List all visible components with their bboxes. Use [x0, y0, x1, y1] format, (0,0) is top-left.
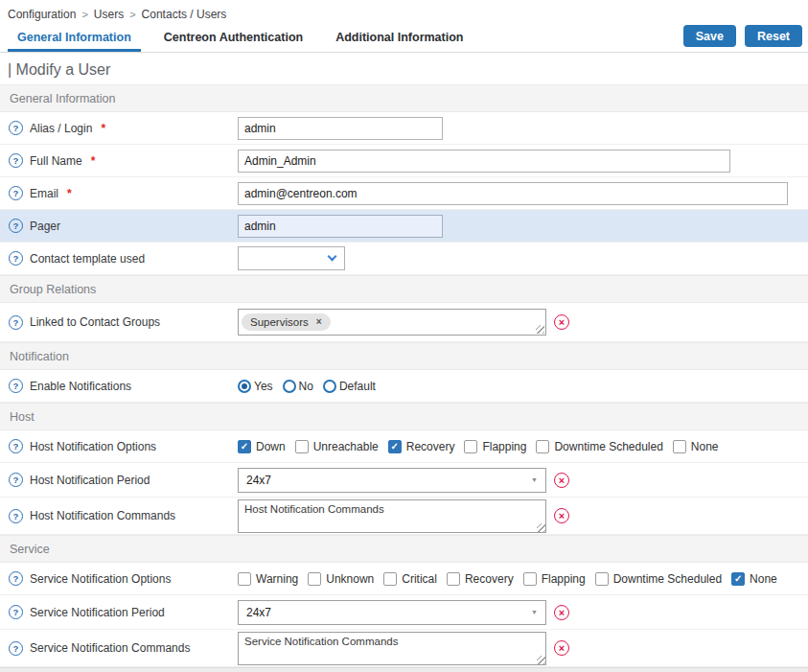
- form-row-alias: ? Alias / Login *: [0, 112, 808, 145]
- form-row-service-notification-options: ? Service Notification Options Warning U…: [0, 563, 808, 595]
- checkbox-none[interactable]: None: [673, 440, 719, 453]
- checkbox-flapping[interactable]: Flapping: [464, 440, 526, 453]
- help-icon[interactable]: ?: [9, 186, 23, 200]
- breadcrumb-contacts-users[interactable]: Contacts / Users: [142, 8, 227, 21]
- radio-yes[interactable]: Yes: [238, 380, 273, 393]
- clear-field-icon[interactable]: ×: [554, 605, 569, 620]
- checkbox-checked-icon: ✓: [731, 572, 745, 586]
- section-service: Service: [0, 535, 808, 563]
- pager-input[interactable]: [238, 215, 443, 238]
- field-label-alias: Alias / Login: [30, 122, 92, 135]
- enable-notifications-radio-group: Yes No Default: [238, 380, 376, 393]
- checkbox-critical[interactable]: Critical: [383, 572, 437, 586]
- contact-groups-multiselect[interactable]: Supervisors ×: [238, 309, 546, 336]
- tab-centreon-authentication[interactable]: Centreon Authentication: [154, 25, 312, 52]
- checkbox-downtime-scheduled[interactable]: Downtime Scheduled: [595, 572, 722, 586]
- checkbox-unreachable[interactable]: Unreachable: [295, 440, 379, 453]
- form-row-email: ? Email *: [0, 177, 808, 210]
- checkbox-label: None: [691, 440, 719, 453]
- contact-template-select[interactable]: [238, 246, 345, 270]
- tag-label: Supervisors: [250, 316, 309, 328]
- section-general-information: General Information: [0, 84, 808, 112]
- field-label-full-name: Full Name: [30, 154, 82, 168]
- checkbox-down[interactable]: ✓ Down: [238, 440, 286, 453]
- breadcrumb: Configuration > Users > Contacts / Users: [0, 0, 808, 25]
- clear-field-icon[interactable]: ×: [554, 640, 569, 656]
- form-row-host-notification-period: ? Host Notification Period 24x7 ▼ ×: [0, 463, 808, 498]
- section-host: Host: [0, 403, 808, 430]
- host-options-checkbox-group: ✓ Down Unreachable ✓ Recovery Flapping D…: [238, 440, 719, 453]
- help-icon[interactable]: ?: [9, 509, 23, 523]
- checkbox-downtime-scheduled[interactable]: Downtime Scheduled: [536, 440, 662, 453]
- checkbox-unknown[interactable]: Unknown: [308, 572, 374, 586]
- checkbox-label: Down: [256, 440, 286, 453]
- form-row-host-notification-commands: ? Host Notification Commands Host Notifi…: [0, 498, 808, 535]
- help-icon[interactable]: ?: [9, 641, 23, 656]
- tab-bar: General Information Centreon Authenticat…: [0, 25, 808, 53]
- required-mark: *: [91, 154, 96, 168]
- checkbox-warning[interactable]: Warning: [238, 572, 298, 586]
- help-icon[interactable]: ?: [9, 153, 23, 168]
- checkbox-label: Flapping: [482, 440, 526, 453]
- help-icon[interactable]: ?: [9, 473, 23, 487]
- host-notification-period-select[interactable]: 24x7 ▼: [238, 468, 546, 493]
- save-button[interactable]: Save: [683, 25, 736, 47]
- checkbox-none[interactable]: ✓ None: [731, 572, 777, 586]
- checkbox-label: Unknown: [326, 572, 374, 586]
- field-label-enable-notifications: Enable Notifications: [30, 380, 131, 393]
- form-row-pager: ? Pager: [0, 210, 808, 243]
- checkbox-icon: [238, 572, 251, 586]
- resize-handle-icon[interactable]: [537, 523, 545, 532]
- host-notification-commands-textarea[interactable]: Host Notification Commands: [238, 499, 546, 533]
- checkbox-recovery[interactable]: ✓ Recovery: [388, 440, 455, 453]
- radio-no[interactable]: No: [283, 380, 313, 393]
- help-icon[interactable]: ?: [9, 571, 23, 586]
- chevron-down-icon: [328, 252, 337, 262]
- email-input[interactable]: [238, 182, 788, 205]
- clear-field-icon[interactable]: ×: [554, 314, 569, 330]
- radio-default[interactable]: Default: [323, 380, 376, 393]
- field-label-service-commands: Service Notification Commands: [30, 641, 190, 655]
- help-icon[interactable]: ?: [9, 439, 23, 453]
- field-label-host-period: Host Notification Period: [30, 474, 150, 487]
- service-notification-commands-textarea[interactable]: Service Notification Commands: [238, 632, 546, 665]
- help-icon[interactable]: ?: [9, 315, 23, 330]
- page-title: | Modify a User: [0, 53, 808, 84]
- reset-button[interactable]: Reset: [745, 25, 802, 47]
- tab-additional-information[interactable]: Additional Information: [326, 25, 473, 52]
- breadcrumb-configuration[interactable]: Configuration: [8, 8, 76, 21]
- clear-field-icon[interactable]: ×: [554, 473, 569, 488]
- toolbar-actions: Save Reset: [683, 25, 808, 52]
- field-label-service-period: Service Notification Period: [30, 606, 165, 619]
- checkbox-recovery[interactable]: Recovery: [447, 572, 514, 586]
- checkbox-icon: [383, 572, 397, 586]
- form-row-service-notification-commands: ? Service Notification Commands Service …: [0, 630, 808, 667]
- checkbox-label: Unreachable: [313, 440, 379, 453]
- tag-remove-icon[interactable]: ×: [316, 317, 322, 327]
- radio-label: No: [299, 380, 313, 393]
- checkbox-label: Downtime Scheduled: [613, 572, 722, 586]
- checkbox-label: Downtime Scheduled: [554, 440, 662, 453]
- resize-handle-icon[interactable]: [537, 656, 545, 664]
- help-icon[interactable]: ?: [9, 219, 23, 233]
- clear-field-icon[interactable]: ×: [554, 508, 569, 523]
- help-icon[interactable]: ?: [9, 121, 23, 135]
- help-icon[interactable]: ?: [9, 605, 23, 619]
- field-label-contact-groups: Linked to Contact Groups: [30, 315, 160, 329]
- form-row-host-notification-options: ? Host Notification Options ✓ Down Unrea…: [0, 430, 808, 463]
- section-divider: [0, 667, 808, 672]
- alias-login-input[interactable]: [238, 117, 443, 140]
- radio-label: Default: [339, 380, 376, 393]
- resize-handle-icon[interactable]: [536, 325, 544, 334]
- form-row-full-name: ? Full Name *: [0, 145, 808, 177]
- help-icon[interactable]: ?: [9, 251, 23, 266]
- checkbox-flapping[interactable]: Flapping: [523, 572, 586, 586]
- breadcrumb-users[interactable]: Users: [94, 8, 124, 21]
- help-icon[interactable]: ?: [9, 379, 23, 393]
- service-notification-period-select[interactable]: 24x7 ▼: [238, 600, 546, 625]
- section-group-relations: Group Relations: [0, 275, 808, 303]
- checkbox-icon: [447, 572, 460, 586]
- required-mark: *: [101, 122, 105, 135]
- tab-general-information[interactable]: General Information: [8, 25, 141, 52]
- full-name-input[interactable]: [238, 150, 730, 173]
